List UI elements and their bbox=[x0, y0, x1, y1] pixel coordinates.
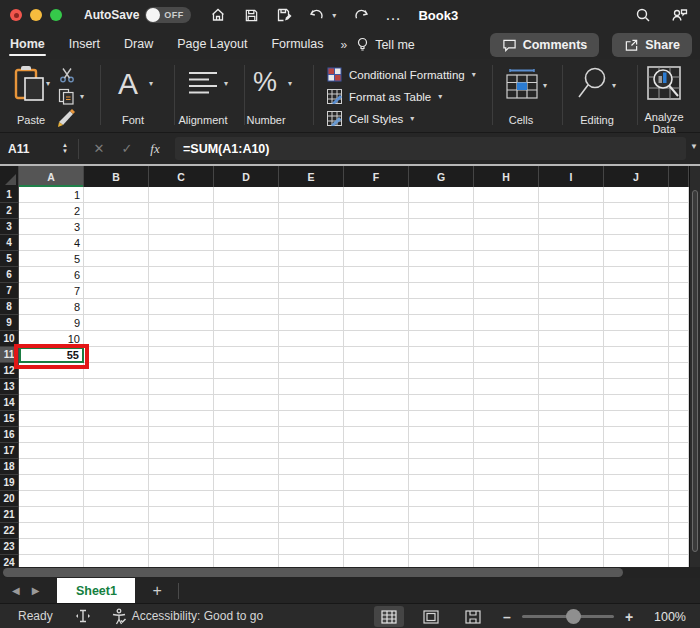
column-header-G[interactable]: G bbox=[409, 166, 474, 187]
undo-dropdown-chevron[interactable]: ▾ bbox=[332, 11, 336, 20]
cell-G3[interactable] bbox=[409, 219, 474, 235]
cell-E3[interactable] bbox=[279, 219, 344, 235]
cell-D18[interactable] bbox=[214, 459, 279, 475]
cell-partial-12[interactable] bbox=[669, 363, 689, 379]
zoom-slider[interactable] bbox=[522, 615, 614, 618]
cell-D9[interactable] bbox=[214, 315, 279, 331]
tab-insert[interactable]: Insert bbox=[68, 32, 101, 58]
cell-B9[interactable] bbox=[84, 315, 149, 331]
cell-I8[interactable] bbox=[539, 299, 604, 315]
cell-partial-23[interactable] bbox=[669, 539, 689, 555]
number-dropdown-chevron[interactable]: ▾ bbox=[288, 79, 292, 88]
cell-D13[interactable] bbox=[214, 379, 279, 395]
cell-G9[interactable] bbox=[409, 315, 474, 331]
zoom-slider-thumb[interactable] bbox=[566, 609, 581, 624]
cell-F9[interactable] bbox=[344, 315, 409, 331]
cell-partial-22[interactable] bbox=[669, 523, 689, 539]
tab-draw[interactable]: Draw bbox=[123, 32, 154, 58]
horizontal-scrollbar[interactable] bbox=[0, 567, 700, 578]
horizontal-scrollbar-thumb[interactable] bbox=[3, 568, 623, 577]
cell-B10[interactable] bbox=[84, 331, 149, 347]
cell-J5[interactable] bbox=[604, 251, 669, 267]
cell-H18[interactable] bbox=[474, 459, 539, 475]
cell-J13[interactable] bbox=[604, 379, 669, 395]
cell-D6[interactable] bbox=[214, 267, 279, 283]
cell-H5[interactable] bbox=[474, 251, 539, 267]
row-header-17[interactable]: 17 bbox=[0, 443, 19, 459]
row-header-10[interactable]: 10 bbox=[0, 331, 19, 347]
cell-G16[interactable] bbox=[409, 427, 474, 443]
cell-D15[interactable] bbox=[214, 411, 279, 427]
cell-F18[interactable] bbox=[344, 459, 409, 475]
cell-I20[interactable] bbox=[539, 491, 604, 507]
tab-home[interactable]: Home bbox=[9, 32, 46, 58]
cell-A23[interactable] bbox=[19, 539, 84, 555]
cell-F10[interactable] bbox=[344, 331, 409, 347]
row-header-18[interactable]: 18 bbox=[0, 459, 19, 475]
row-header-11[interactable]: 11 bbox=[0, 347, 19, 363]
cell-B12[interactable] bbox=[84, 363, 149, 379]
cell-G18[interactable] bbox=[409, 459, 474, 475]
tellme-control[interactable]: Tell me bbox=[356, 37, 415, 52]
row-header-22[interactable]: 22 bbox=[0, 523, 19, 539]
cell-B7[interactable] bbox=[84, 283, 149, 299]
cell-F1[interactable] bbox=[344, 187, 409, 203]
autosave-toggle[interactable]: OFF bbox=[145, 7, 191, 23]
row-header-23[interactable]: 23 bbox=[0, 539, 19, 555]
cell-G4[interactable] bbox=[409, 235, 474, 251]
fullscreen-button[interactable] bbox=[50, 9, 62, 21]
cell-H4[interactable] bbox=[474, 235, 539, 251]
cell-C2[interactable] bbox=[149, 203, 214, 219]
cell-I12[interactable] bbox=[539, 363, 604, 379]
cell-J11[interactable] bbox=[604, 347, 669, 363]
save-icon[interactable] bbox=[242, 6, 260, 24]
cell-C8[interactable] bbox=[149, 299, 214, 315]
cell-J6[interactable] bbox=[604, 267, 669, 283]
cell-E10[interactable] bbox=[279, 331, 344, 347]
cell-D23[interactable] bbox=[214, 539, 279, 555]
cell-E1[interactable] bbox=[279, 187, 344, 203]
cell-C12[interactable] bbox=[149, 363, 214, 379]
cell-B5[interactable] bbox=[84, 251, 149, 267]
cell-E2[interactable] bbox=[279, 203, 344, 219]
cell-D16[interactable] bbox=[214, 427, 279, 443]
number-button[interactable]: % bbox=[253, 67, 277, 98]
cell-D1[interactable] bbox=[214, 187, 279, 203]
cancel-icon[interactable]: ✕ bbox=[85, 141, 113, 156]
cell-F11[interactable] bbox=[344, 347, 409, 363]
cell-C15[interactable] bbox=[149, 411, 214, 427]
row-header-15[interactable]: 15 bbox=[0, 411, 19, 427]
zoom-out-button[interactable]: – bbox=[500, 609, 514, 625]
cell-G2[interactable] bbox=[409, 203, 474, 219]
cell-B4[interactable] bbox=[84, 235, 149, 251]
cell-H8[interactable] bbox=[474, 299, 539, 315]
column-header-partial[interactable] bbox=[669, 166, 689, 187]
cell-A3[interactable]: 3 bbox=[19, 219, 84, 235]
cell-E13[interactable] bbox=[279, 379, 344, 395]
cell-A15[interactable] bbox=[19, 411, 84, 427]
cell-partial-11[interactable] bbox=[669, 347, 689, 363]
cell-B23[interactable] bbox=[84, 539, 149, 555]
cell-C14[interactable] bbox=[149, 395, 214, 411]
cell-J21[interactable] bbox=[604, 507, 669, 523]
row-header-21[interactable]: 21 bbox=[0, 507, 19, 523]
cell-E14[interactable] bbox=[279, 395, 344, 411]
cell-E12[interactable] bbox=[279, 363, 344, 379]
cell-I15[interactable] bbox=[539, 411, 604, 427]
cell-A14[interactable] bbox=[19, 395, 84, 411]
cell-I19[interactable] bbox=[539, 475, 604, 491]
cell-E20[interactable] bbox=[279, 491, 344, 507]
cell-I6[interactable] bbox=[539, 267, 604, 283]
cell-H16[interactable] bbox=[474, 427, 539, 443]
cell-I14[interactable] bbox=[539, 395, 604, 411]
cell-J16[interactable] bbox=[604, 427, 669, 443]
cell-C13[interactable] bbox=[149, 379, 214, 395]
cut-button[interactable] bbox=[59, 67, 76, 83]
column-header-F[interactable]: F bbox=[344, 166, 409, 187]
cell-A1[interactable]: 1 bbox=[19, 187, 84, 203]
cell-E11[interactable] bbox=[279, 347, 344, 363]
name-box-spinner[interactable]: ▲▼ bbox=[58, 143, 72, 154]
cell-partial-4[interactable] bbox=[669, 235, 689, 251]
cell-A22[interactable] bbox=[19, 523, 84, 539]
cell-H3[interactable] bbox=[474, 219, 539, 235]
